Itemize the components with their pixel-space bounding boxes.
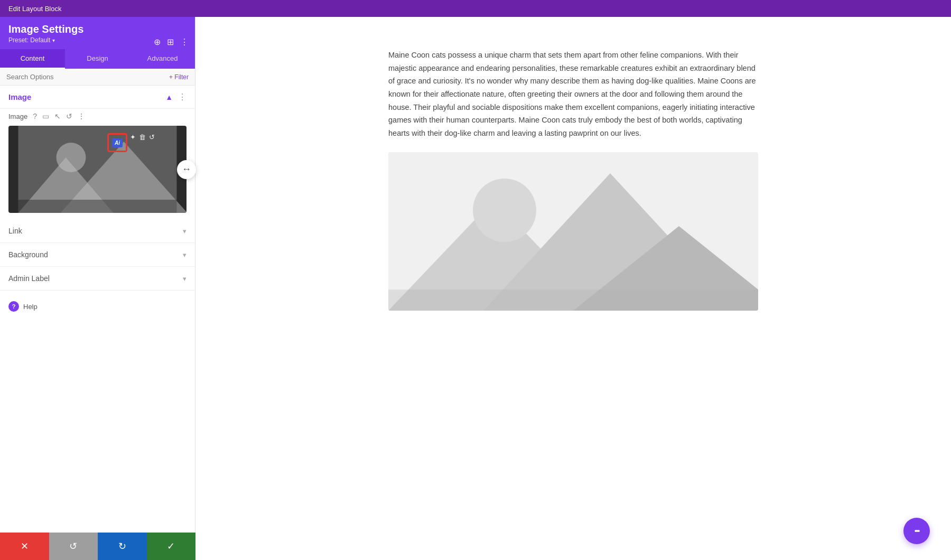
background-label: Background (8, 250, 48, 259)
link-section[interactable]: Link ▾ (0, 219, 195, 243)
fab-button[interactable]: ••• (903, 518, 930, 544)
fab-icon: ••• (915, 527, 919, 535)
bottom-bar: ✕ ↺ ↻ ✓ (0, 533, 195, 560)
search-input[interactable] (6, 73, 169, 81)
redo-button[interactable]: ↻ (98, 533, 147, 560)
undo-button[interactable]: ↺ (49, 533, 98, 560)
resize-handle[interactable]: ↔ (177, 160, 196, 179)
top-bar-title: Edit Layout Block (8, 5, 61, 13)
svg-rect-11 (388, 290, 758, 311)
article-text: Maine Coon cats possess a unique charm t… (388, 49, 758, 139)
svg-rect-5 (18, 200, 177, 213)
device-icon[interactable]: ▭ (42, 112, 49, 120)
star-icon[interactable]: ✦ (130, 133, 136, 141)
refresh-icon[interactable]: ↺ (149, 133, 155, 141)
help-label: Help (23, 303, 38, 311)
background-chevron-icon: ▾ (183, 251, 187, 259)
tab-content[interactable]: Content (0, 49, 65, 69)
image-toolbar: Image ? ▭ ↖ ↺ ⋮ (0, 109, 195, 124)
image-section-header: Image ▲ ⋮ (0, 86, 195, 109)
image-preview-wrapper: Ai ✦ 🗑 ↺ ↔ (8, 126, 187, 213)
image-preview[interactable]: Ai ✦ 🗑 ↺ (8, 126, 187, 213)
cancel-button[interactable]: ✕ (0, 533, 49, 560)
sidebar-title: Image Settings (8, 23, 187, 35)
ai-button[interactable]: Ai (112, 138, 123, 147)
image-toolbar-label: Image (8, 113, 27, 120)
image-section: Image ▲ ⋮ Image ? ▭ ↖ ↺ ⋮ (0, 86, 195, 219)
background-section[interactable]: Background ▾ (0, 243, 195, 267)
cursor-icon[interactable]: ↖ (54, 112, 61, 120)
sidebar: Image Settings Preset: Default ▾ ⊕ ⊞ ⋮ C… (0, 17, 195, 560)
trash-icon[interactable]: 🗑 (139, 133, 146, 141)
tabs: Content Design Advanced (0, 49, 195, 69)
svg-point-10 (473, 179, 536, 242)
top-bar: Edit Layout Block (0, 0, 951, 17)
help-circle-icon: ? (8, 301, 19, 312)
link-chevron-icon: ▾ (183, 227, 187, 235)
search-bar: + Filter (0, 69, 195, 86)
svg-point-4 (57, 143, 86, 172)
image-overlay-icons: ✦ 🗑 ↺ (130, 133, 155, 141)
content-area: Maine Coon cats possess a unique charm t… (195, 17, 951, 560)
sidebar-header-icons: ⊕ ⊞ ⋮ (154, 37, 189, 47)
focus-icon[interactable]: ⊕ (154, 37, 161, 47)
admin-label-label: Admin Label (8, 274, 50, 283)
admin-label-section[interactable]: Admin Label ▾ (0, 267, 195, 291)
toolbar-more-icon[interactable]: ⋮ (78, 112, 85, 120)
tab-advanced[interactable]: Advanced (130, 49, 195, 69)
tab-design[interactable]: Design (65, 49, 130, 69)
help-section[interactable]: ? Help (0, 291, 195, 322)
link-label: Link (8, 227, 22, 235)
section-controls: ▲ ⋮ (165, 92, 187, 102)
image-section-collapse-icon[interactable]: ▲ (165, 93, 173, 101)
content-image-placeholder (388, 152, 758, 311)
image-section-menu-icon[interactable]: ⋮ (178, 92, 187, 102)
help-icon[interactable]: ? (33, 112, 37, 120)
ai-button-highlight: Ai (107, 133, 127, 152)
sidebar-header: Image Settings Preset: Default ▾ ⊕ ⊞ ⋮ (0, 17, 195, 49)
filter-button[interactable]: + Filter (169, 73, 189, 81)
image-section-title: Image (8, 92, 31, 101)
save-button[interactable]: ✓ (147, 533, 196, 560)
admin-label-chevron-icon: ▾ (183, 275, 187, 283)
preset-dropdown-arrow: ▾ (52, 38, 55, 43)
more-options-icon[interactable]: ⋮ (180, 37, 189, 47)
columns-icon[interactable]: ⊞ (167, 37, 174, 47)
rotate-icon[interactable]: ↺ (66, 112, 72, 120)
main-layout: Image Settings Preset: Default ▾ ⊕ ⊞ ⋮ C… (0, 17, 951, 560)
